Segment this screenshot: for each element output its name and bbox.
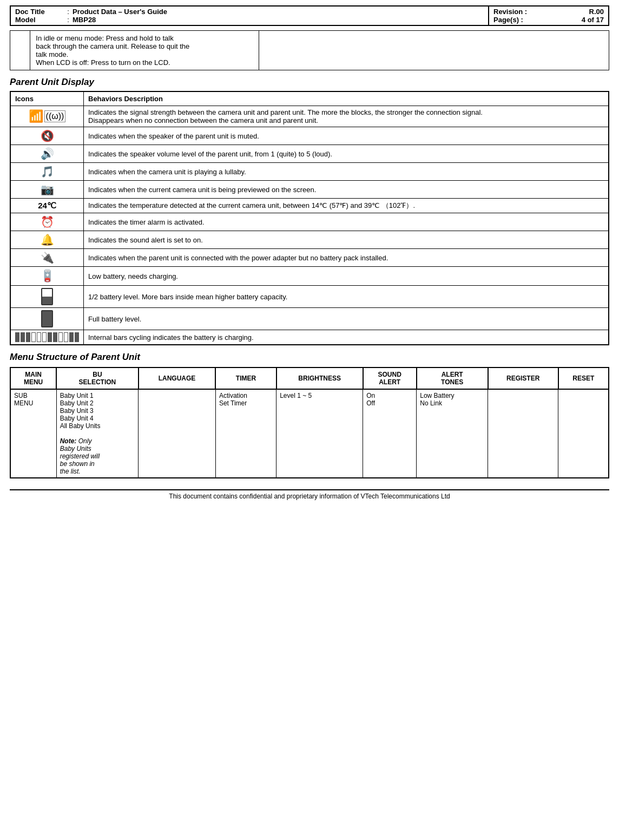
preview-description: Indicates when the current camera unit i… <box>84 181 609 199</box>
icons-header: Icons <box>10 91 84 106</box>
adapter-description: Indicates when the parent unit is connec… <box>84 249 609 267</box>
battery-half-icon <box>41 288 53 305</box>
table-row: 📶 ((ω)) Indicates the signal strength be… <box>10 106 609 127</box>
muted-icon: 🔇 <box>15 129 79 142</box>
table-row: In idle or menu mode: Press and hold to … <box>10 31 609 70</box>
menu-header-row: MAINMENU BUSELECTION LANGUAGE TIMER BRIG… <box>10 368 609 389</box>
bu-selection-cell: Baby Unit 1Baby Unit 2Baby Unit 3Baby Un… <box>56 389 138 478</box>
bu-selection-header: BUSELECTION <box>56 368 138 389</box>
alert-tones-header: ALERTTONES <box>417 368 488 389</box>
table-row: 1/2 battery level. More bars inside mean… <box>10 286 609 308</box>
table-row: 🪫 Low battery, needs charging. <box>10 267 609 286</box>
table-row: 🔔 Indicates the sound alert is set to on… <box>10 231 609 249</box>
header-right: Revision : R.00 Page(s) : 4 of 17 <box>489 6 608 25</box>
battery-full-icon <box>41 310 53 327</box>
table-row: 🔌 Indicates when the parent unit is conn… <box>10 249 609 267</box>
batt-half-icon-cell <box>10 286 84 308</box>
table-row: 🎵 Indicates when the camera unit is play… <box>10 163 609 181</box>
idle-mode-table: In idle or menu mode: Press and hold to … <box>10 30 609 70</box>
lullaby-icon: 🎵 <box>15 165 79 178</box>
sound-icon-cell: 🔔 <box>10 231 84 249</box>
revision-value: R.00 <box>589 8 604 16</box>
adapter-icon: 🔌 <box>15 251 79 264</box>
menu-structure-heading: Menu Structure of Parent Unit <box>10 352 609 363</box>
header-colon2: : <box>64 16 73 24</box>
volume-icon-cell: 🔊 <box>10 145 84 163</box>
timer-cell: ActivationSet Timer <box>215 389 276 478</box>
table-row: 📷 Indicates when the current camera unit… <box>10 181 609 199</box>
menu-structure-table: MAINMENU BUSELECTION LANGUAGE TIMER BRIG… <box>10 367 609 478</box>
signal-icons: 📶 ((ω)) <box>15 109 79 123</box>
signal-icon-cell: 📶 ((ω)) <box>10 106 84 127</box>
sound-alert-cell: OnOff <box>363 389 417 478</box>
page-value: 4 of 17 <box>582 16 604 24</box>
charging-icon-cell <box>10 330 84 345</box>
model-value: MBP28 <box>73 16 96 24</box>
revision-label: Revision : <box>493 8 527 16</box>
table-row: ⏰ Indicates the timer alarm is activated… <box>10 213 609 231</box>
model-label: Model <box>15 16 64 24</box>
brightness-header: BRIGHTNESS <box>276 368 363 389</box>
document-header: Doc Title : Product Data – User's Guide … <box>10 5 609 26</box>
batt-half-description: 1/2 battery level. More bars inside mean… <box>84 286 609 308</box>
table-header-row: Icons Behaviors Description <box>10 91 609 106</box>
idle-mode-text: In idle or menu mode: Press and hold to … <box>30 31 259 70</box>
sound-alert-header: SOUNDALERT <box>363 368 417 389</box>
preview-icon: 📷 <box>15 183 79 196</box>
icons-table: Icons Behaviors Description 📶 ((ω)) Indi… <box>10 91 609 345</box>
language-header: LANGUAGE <box>139 368 216 389</box>
batt-full-icon-cell <box>10 308 84 330</box>
parent-unit-display-heading: Parent Unit Display <box>10 77 609 88</box>
adapter-icon-cell: 🔌 <box>10 249 84 267</box>
timer-icon: ⏰ <box>15 215 79 228</box>
document-footer: This document contains confidential and … <box>10 489 609 500</box>
reset-cell <box>558 389 609 478</box>
register-cell <box>488 389 558 478</box>
footer-text: This document contains confidential and … <box>169 493 450 500</box>
empty-cell <box>10 31 30 70</box>
timer-header: TIMER <box>215 368 276 389</box>
battery-low-icon: 🪫 <box>40 269 55 283</box>
empty-cell-2 <box>259 31 609 70</box>
volume-description: Indicates the speaker volume level of th… <box>84 145 609 163</box>
temp-icon-cell: 24℃ <box>10 199 84 213</box>
language-cell <box>139 389 216 478</box>
sound-alert-icon: 🔔 <box>15 233 79 246</box>
brightness-cell: Level 1 ~ 5 <box>276 389 363 478</box>
batt-low-icon-cell: 🪫 <box>10 267 84 286</box>
menu-sub-row: SUBMENU Baby Unit 1Baby Unit 2Baby Unit … <box>10 389 609 478</box>
behaviors-header: Behaviors Description <box>84 91 609 106</box>
alert-tones-cell: Low BatteryNo Link <box>417 389 488 478</box>
charging-icon <box>15 332 79 342</box>
temp-icon: 24℃ <box>38 201 56 210</box>
muted-icon-cell: 🔇 <box>10 127 84 145</box>
sub-menu-cell: SUBMENU <box>10 389 56 478</box>
preview-icon-cell: 📷 <box>10 181 84 199</box>
doc-title-label: Doc Title <box>15 8 64 16</box>
charging-description: Internal bars cycling indicates the batt… <box>84 330 609 345</box>
muted-description: Indicates when the speaker of the parent… <box>84 127 609 145</box>
timer-icon-cell: ⏰ <box>10 213 84 231</box>
reset-header: RESET <box>558 368 609 389</box>
temp-description: Indicates the temperature detected at th… <box>84 199 609 213</box>
register-header: REGISTER <box>488 368 558 389</box>
table-row: Full battery level. <box>10 308 609 330</box>
table-row: 🔇 Indicates when the speaker of the pare… <box>10 127 609 145</box>
volume-icon: 🔊 <box>15 147 79 160</box>
sound-description: Indicates the sound alert is set to on. <box>84 231 609 249</box>
batt-low-description: Low battery, needs charging. <box>84 267 609 286</box>
batt-full-description: Full battery level. <box>84 308 609 330</box>
signal-description: Indicates the signal strength between th… <box>84 106 609 127</box>
lullaby-icon-cell: 🎵 <box>10 163 84 181</box>
header-left: Doc Title : Product Data – User's Guide … <box>11 6 489 25</box>
lullaby-description: Indicates when the camera unit is playin… <box>84 163 609 181</box>
main-menu-header: MAINMENU <box>10 368 56 389</box>
timer-description: Indicates the timer alarm is activated. <box>84 213 609 231</box>
doc-title-value: Product Data – User's Guide <box>73 8 167 16</box>
page-label: Page(s) : <box>493 16 523 24</box>
table-row: 🔊 Indicates the speaker volume level of … <box>10 145 609 163</box>
table-row: 24℃ Indicates the temperature detected a… <box>10 199 609 213</box>
table-row: Internal bars cycling indicates the batt… <box>10 330 609 345</box>
header-colon1: : <box>64 8 73 16</box>
